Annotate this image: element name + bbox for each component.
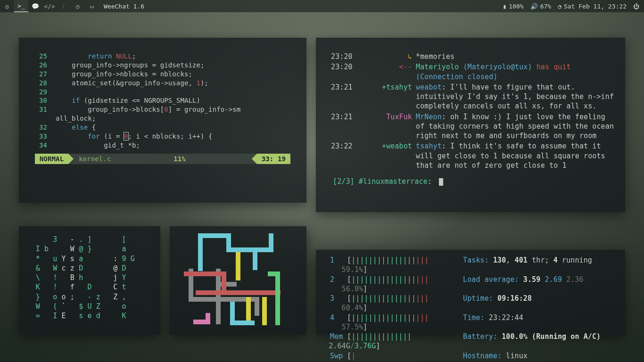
cast-icon[interactable]: ▭ — [85, 0, 99, 12]
pipes-window — [170, 226, 306, 335]
vim-percent: 11% — [173, 155, 186, 164]
code-line: 28 atomic_set(&group_info->usage, 1); — [25, 79, 301, 88]
cmatrix-row: \ ! B h j Y — [25, 273, 155, 282]
cmatrix-row: I b W @ } a — [25, 244, 155, 254]
htop-row: Mem[|||||||||||||| 2.64G/3.76G]Battery: … — [322, 332, 619, 351]
battery-icon: ▮ — [503, 3, 506, 10]
channel-name: #linuxmasterrace — [359, 177, 428, 186]
taskbar-tray: ◎ >_ 💬 </> ♪ ◷ ▭ — [0, 0, 99, 12]
code-line: 29 — [25, 88, 301, 97]
code-area[interactable]: 25 return NULL;26 group_info->ngroups = … — [25, 52, 301, 150]
volume-indicator[interactable]: 🔊 67% — [530, 3, 551, 10]
vim-pos-text: 33: 19 — [262, 155, 286, 164]
code-line: 27 group_info->nblocks = nblocks; — [25, 70, 301, 79]
chat-log[interactable]: 23:20↳*memories23:20<--Materiyolo (Mater… — [322, 52, 619, 170]
weechat-window[interactable]: 23:20↳*memories23:20<--Materiyolo (Mater… — [316, 38, 625, 212]
chat-input-line[interactable]: [2/3] #linuxmasterrace: — [333, 177, 619, 186]
vim-statusline: NORMAL kernel.c 11% 33: 19 — [35, 154, 290, 164]
cmatrix-window: 3 - . ] [ I b W @ } a * u Y s a : 9 G & … — [19, 226, 160, 335]
code-line: 34 gid_t *b; — [25, 141, 301, 150]
chat-message: 23:22+weabottsahyt: I think it's safe to… — [322, 141, 619, 170]
code-line: 26 group_info->ngroups = gidsetsize; — [25, 61, 301, 70]
top-bar: ◎ >_ 💬 </> ♪ ◷ ▭ WeeChat 1.6 ▮ 100% 🔊 67… — [0, 0, 644, 12]
cmatrix-row: 3 - . ] [ — [25, 235, 155, 244]
vim-position: 33: 19 — [257, 154, 290, 164]
input-cursor — [439, 178, 443, 186]
cmatrix-row: } o o ; - z Z , — [25, 292, 155, 302]
chat-message: 23:20<--Materiyolo (Materiyolo@tux) has … — [322, 62, 619, 82]
htop-row: 4[|||||||||||||||||| 57.5%]Time: 23:22:4… — [322, 313, 619, 332]
htop-row: 1[|||||||||||||||||| 59.1%]Tasks: 130, 4… — [322, 255, 619, 275]
volume-text: 67% — [540, 3, 551, 10]
htop-body: 1[|||||||||||||||||| 59.1%]Tasks: 130, 4… — [322, 255, 619, 362]
vim-mode: NORMAL — [35, 154, 68, 164]
code-line: 33 for (i = 0; i < nblocks; i++) { — [25, 132, 301, 141]
battery-text: 100% — [509, 3, 523, 10]
volume-icon: 🔊 — [530, 3, 538, 10]
cmatrix-row: = I E s e d K — [25, 311, 155, 321]
cmatrix-row: & W c z D @ D — [25, 263, 155, 273]
code-line: 30 if (gidsetsize <= NGROUPS_SMALL) — [25, 96, 301, 105]
vim-filename: kernel.c — [79, 155, 111, 164]
htop-row: 3[|||||||||||||||||| 60.4%]Uptime: 09:16… — [322, 294, 619, 313]
cmatrix-body: 3 - . ] [ I b W @ } a * u Y s a : 9 G & … — [25, 235, 155, 321]
battery-indicator[interactable]: ▮ 100% — [503, 3, 523, 10]
clock-icon: ◔ — [558, 3, 561, 10]
clock-text: Sat Feb 11, 23:22 — [564, 3, 627, 10]
htop-row: Swp[| 206M/7.45G]Hostname: linux — [322, 351, 619, 362]
chat-icon[interactable]: 💬 — [28, 0, 42, 12]
clock-icon[interactable]: ◷ — [71, 0, 85, 12]
chat-message: 23:20↳*memories — [322, 52, 619, 61]
htop-row: 2[|||||||||||||||||| 56.8%]Load average:… — [322, 275, 619, 294]
power-icon[interactable]: ⏻ — [633, 3, 639, 10]
htop-window[interactable]: 1[|||||||||||||||||| 59.1%]Tasks: 130, 4… — [316, 250, 625, 335]
code-icon[interactable]: </> — [42, 0, 57, 12]
terminal-icon[interactable]: >_ — [14, 0, 28, 12]
window-title: WeeChat 1.6 — [104, 3, 144, 10]
buffer-index: [2/3] — [333, 177, 355, 186]
code-line: 25 return NULL; — [25, 52, 301, 61]
status-right: ▮ 100% 🔊 67% ◔ Sat Feb 11, 23:22 ⏻ — [503, 3, 644, 10]
clock-indicator[interactable]: ◔ Sat Feb 11, 23:22 — [558, 3, 627, 10]
cmatrix-row: K ! f D C t — [25, 282, 155, 292]
chrome-icon[interactable]: ◎ — [0, 0, 14, 12]
code-line: 32 else { — [25, 123, 301, 132]
chat-message: 23:21+tsahytweabot: I'll have to figure … — [322, 82, 619, 111]
chat-message: 23:21TuxFukMrNeon: oh I know :) I just l… — [322, 112, 619, 141]
code-line: 31 group_info->blocks[0] = group_info->s… — [25, 105, 301, 114]
cmatrix-row: W ( ` $ U Z o — [25, 302, 155, 311]
editor-window[interactable]: 25 return NULL;26 group_info->ngroups = … — [19, 38, 306, 203]
prompt-colon: : — [428, 177, 432, 186]
code-line: all_block; — [25, 114, 301, 123]
music-icon[interactable]: ♪ — [57, 0, 71, 12]
cmatrix-row: * u Y s a : 9 G — [25, 254, 155, 263]
